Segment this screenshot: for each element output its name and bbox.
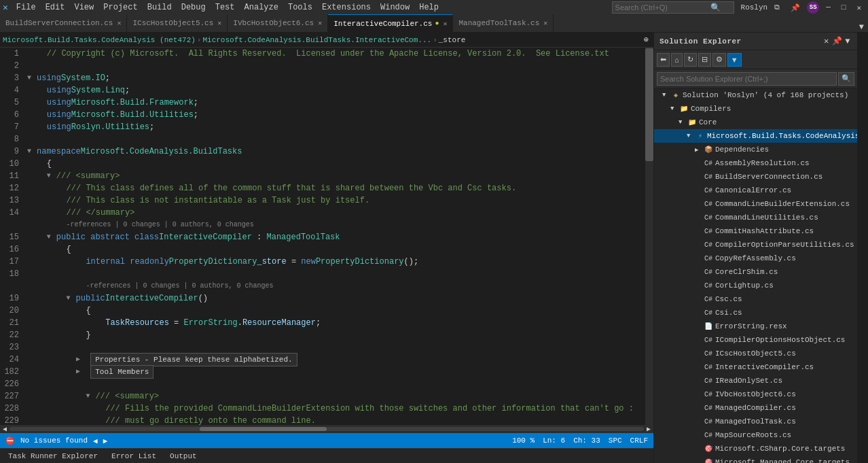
global-search[interactable]: 🔍: [612, 1, 734, 14]
tab-interactivecompiler[interactable]: InteractiveCompiler.cs ● ✕: [328, 14, 453, 32]
scroll-nav-left[interactable]: ◀: [3, 425, 7, 433]
nav-right-btn[interactable]: ▶: [103, 436, 108, 445]
breadcrumb-namespace[interactable]: Microsoft.CodeAnalysis.BuildTasks.Intera…: [202, 36, 431, 44]
sidebar-collapse-btn[interactable]: ⊟: [698, 53, 711, 67]
tree-node-file[interactable]: C# CorLightup.cs: [654, 279, 857, 292]
scroll-nav-right[interactable]: ▶: [647, 425, 651, 433]
tree-node-file[interactable]: C# CompilerOptionParseUtilities.cs: [654, 238, 857, 252]
sidebar-search-box[interactable]: [657, 72, 837, 86]
fold-btn[interactable]: ▼: [86, 390, 94, 402]
tree-node-compilers[interactable]: ▼ 📁 Compilers: [654, 102, 857, 116]
scroll-thumb[interactable]: [645, 48, 653, 162]
fold-btn[interactable]: ▶: [76, 366, 84, 378]
fold-btn[interactable]: ▼: [67, 292, 75, 305]
add-line-icon[interactable]: ⊕: [642, 35, 651, 45]
menu-analyze[interactable]: Analyze: [240, 1, 283, 14]
window-close-btn[interactable]: ✕: [852, 3, 865, 12]
tree-node-file[interactable]: C# ICompilerOptionsHostObject.cs: [654, 333, 857, 347]
expand-icon[interactable]: ▼: [670, 105, 679, 112]
menu-build[interactable]: Build: [143, 1, 176, 14]
tree-node-file[interactable]: C# Csi.cs: [654, 306, 857, 320]
sidebar-search-btn[interactable]: 🔍: [838, 72, 854, 86]
code-area[interactable]: // Copyright (c) Microsoft. All Rights R…: [24, 48, 645, 425]
scroll-thumb[interactable]: [200, 427, 327, 431]
tree-node-file[interactable]: C# AssemblyResolution.cs: [654, 156, 857, 170]
collapsed-block[interactable]: Tool Members: [90, 365, 153, 379]
tab-ivbchostobject6[interactable]: IVbcHostObject6.cs ✕: [228, 14, 328, 32]
tab-close-icon[interactable]: ✕: [117, 19, 121, 27]
tab-close-icon[interactable]: ✕: [217, 19, 221, 27]
menu-view[interactable]: View: [70, 1, 98, 14]
collapsed-block[interactable]: Properties - Please keep these alphabeti…: [90, 353, 297, 366]
panel-tab-errorlist[interactable]: Error List: [109, 451, 159, 462]
menu-file[interactable]: File: [12, 1, 40, 14]
panel-tab-taskrunner[interactable]: Task Runner Explorer: [5, 451, 101, 462]
fold-btn[interactable]: ▼: [27, 72, 35, 84]
expand-icon[interactable]: ▶: [695, 146, 703, 154]
tree-node-file[interactable]: C# InteractiveCompiler.cs: [654, 360, 857, 374]
tree-node-file[interactable]: C# BuildServerConnection.cs: [654, 170, 857, 184]
sidebar-close-btn[interactable]: ✕: [822, 36, 831, 46]
menu-extensions[interactable]: Extensions: [318, 1, 375, 14]
tree-node-file[interactable]: C# ICscHostObject5.cs: [654, 347, 857, 360]
tree-node-file[interactable]: C# ManagedCompiler.cs: [654, 401, 857, 415]
fold-btn[interactable]: ▼: [27, 145, 35, 158]
tree-node-file[interactable]: C# CommandLineBuilderExtension.cs: [654, 197, 857, 211]
tab-overflow-btn[interactable]: ▼: [855, 22, 868, 32]
sidebar-chevron-btn[interactable]: ▼: [844, 37, 852, 46]
fold-btn[interactable]: ▼: [47, 170, 55, 182]
sidebar-search-input[interactable]: [660, 75, 833, 83]
breadcrumb-project[interactable]: Microsoft.Build.Tasks.CodeAnalysis (net4…: [3, 36, 196, 44]
tree-node-file[interactable]: 🎯 Microsoft.CSharp.Core.targets: [654, 442, 857, 456]
sidebar-filter-btn[interactable]: ▼: [727, 53, 742, 67]
tree-node-file[interactable]: C# IVbcHostObject6.cs: [654, 388, 857, 401]
tab-managedtooltask[interactable]: ManagedToolTask.cs ✕: [453, 14, 554, 32]
tree-node-mbtca[interactable]: ▼ ⚡ Microsoft.Build.Tasks.CodeAnalysis: [654, 129, 857, 143]
menu-tools[interactable]: Tools: [284, 1, 317, 14]
menu-edit[interactable]: Edit: [41, 1, 69, 14]
tree-node-solution[interactable]: ▼ ◈ Solution 'Roslyn' (4 of 168 projects…: [654, 88, 857, 102]
sidebar-back-btn[interactable]: ⬅: [657, 53, 670, 67]
expand-icon[interactable]: ▼: [662, 92, 670, 99]
tab-buildserverconnection[interactable]: BuildServerConnection.cs ✕: [0, 14, 127, 32]
tree-node-core[interactable]: ▼ 📁 Core: [654, 116, 857, 129]
scroll-track[interactable]: [10, 427, 644, 431]
expand-icon[interactable]: ▼: [687, 133, 695, 139]
user-avatar[interactable]: SS: [807, 1, 819, 14]
menu-help[interactable]: Help: [415, 1, 443, 14]
tree-node-file[interactable]: 📄 ErrorString.resx: [654, 320, 857, 333]
menu-window[interactable]: Window: [376, 1, 414, 14]
tree-node-dependencies[interactable]: ▶ 📦 Dependencies: [654, 143, 857, 156]
tree-node-file[interactable]: C# Csc.cs: [654, 292, 857, 306]
tree-node-file[interactable]: C# CoreClrShim.cs: [654, 265, 857, 279]
tab-icschostobject5[interactable]: ICscHostObject5.cs ✕: [127, 14, 228, 32]
window-maximize-btn[interactable]: □: [837, 3, 850, 12]
sidebar-refresh-btn[interactable]: ↻: [684, 53, 697, 67]
menu-debug[interactable]: Debug: [177, 1, 210, 14]
tree-node-file[interactable]: 🎯 Microsoft.Managed.Core.targets: [654, 456, 857, 463]
tree-node-file[interactable]: C# CommitHashAttribute.cs: [654, 224, 857, 238]
expand-icon[interactable]: ▼: [679, 119, 687, 126]
fold-btn[interactable]: ▶: [76, 354, 84, 366]
tab-close-icon[interactable]: ✕: [543, 19, 547, 27]
sidebar-settings-btn[interactable]: ⚙: [712, 53, 726, 67]
horizontal-scrollbar[interactable]: ◀ ▶: [0, 425, 653, 433]
tree-node-file[interactable]: C# CopyRefAssembly.cs: [654, 252, 857, 265]
tab-close-icon[interactable]: ✕: [443, 20, 447, 28]
menu-project[interactable]: Project: [99, 1, 141, 14]
window-pin-btn[interactable]: 📌: [786, 3, 804, 12]
sidebar-pin-btn[interactable]: 📌: [831, 36, 844, 46]
tree-node-file[interactable]: C# MapSourceRoots.cs: [654, 428, 857, 442]
sidebar-home-btn[interactable]: ⌂: [671, 53, 683, 67]
tree-node-file[interactable]: C# CommandLineUtilities.cs: [654, 211, 857, 224]
fold-btn[interactable]: ▼: [47, 231, 55, 243]
window-minimize-btn[interactable]: ─: [822, 3, 835, 12]
window-toggle-btn[interactable]: ⧉: [770, 3, 784, 12]
tab-close-icon[interactable]: ✕: [318, 19, 322, 27]
vertical-scrollbar[interactable]: [645, 48, 653, 425]
tree-node-file[interactable]: C# IReadOnlySet.cs: [654, 374, 857, 388]
tree-node-file[interactable]: C# ManagedToolTask.cs: [654, 415, 857, 428]
tree-node-file[interactable]: C# CanonicalError.cs: [654, 184, 857, 197]
panel-tab-output[interactable]: Output: [167, 451, 200, 462]
menu-test[interactable]: Test: [211, 1, 239, 14]
